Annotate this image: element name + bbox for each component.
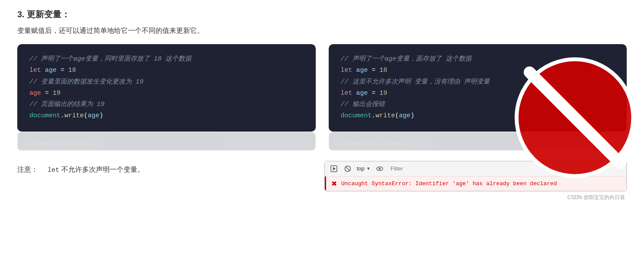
svg-line-7 xyxy=(346,167,350,171)
eye-icon[interactable] xyxy=(375,164,384,174)
error-message: Uncaught SyntaxError: Identifier 'age' h… xyxy=(341,180,557,187)
svg-point-9 xyxy=(379,167,381,169)
source-icon[interactable] xyxy=(329,164,339,174)
code-panels-row: // 声明了一个age变量，同时里面存放了 18 这个数据 let age = … xyxy=(17,44,627,151)
console-panel: top ▼ ✖ Uncaught Sy xyxy=(324,161,627,191)
left-code-panel: // 声明了一个age变量，同时里面存放了 18 这个数据 let age = … xyxy=(17,44,316,151)
right-line-5: // 输出会报错 xyxy=(341,99,615,110)
console-error-row: ✖ Uncaught SyntaxError: Identifier 'age'… xyxy=(325,177,626,191)
left-line-2: let age = 18 xyxy=(29,65,304,76)
section-title: 3. 更新变量： xyxy=(17,9,627,20)
description: 变量赋值后，还可以通过简单地给它一个不同的值来更新它。 xyxy=(17,26,627,35)
console-top-label: top xyxy=(357,165,365,172)
right-line-6: document.write(age) xyxy=(341,110,615,122)
console-top-dropdown[interactable]: top ▼ xyxy=(357,165,371,172)
left-code-block: // 声明了一个age变量，同时里面存放了 18 这个数据 let age = … xyxy=(17,44,316,132)
right-code-block: // 声明了一个age变量，面存放了 这个数据 let age = 18 // … xyxy=(329,44,627,132)
console-dropdown-arrow: ▼ xyxy=(366,166,371,171)
left-line-3: // 变量里面的数据发生变化更改为 19 xyxy=(29,77,304,88)
right-code-reflection: document.write(age) xyxy=(329,132,627,151)
right-line-2: let age = 18 xyxy=(341,65,615,76)
console-toolbar: top ▼ xyxy=(325,161,626,177)
left-line-1: // 声明了一个age变量，同时里面存放了 18 这个数据 xyxy=(29,54,304,65)
left-line-4: age = 19 xyxy=(29,88,304,99)
note-text: 注意： let 不允许多次声明一个变量。 xyxy=(17,161,144,174)
block-icon[interactable] xyxy=(343,164,352,174)
bottom-row: 注意： let 不允许多次声明一个变量。 xyxy=(17,161,627,201)
left-line-6: document.write(age) xyxy=(29,110,304,122)
note-suffix: 不允许多次声明一个变量。 xyxy=(61,166,144,173)
console-filter-input[interactable] xyxy=(389,165,622,172)
error-circle-icon: ✖ xyxy=(331,180,337,188)
left-code-panel-wrapper: // 声明了一个age变量，同时里面存放了 18 这个数据 let age = … xyxy=(17,44,316,151)
page-container: 3. 更新变量： 变量赋值后，还可以通过简单地给它一个不同的值来更新它。 // … xyxy=(0,0,644,210)
right-line-4: let age = 19 xyxy=(341,88,615,99)
right-line-3: // 这里不允许多次声明 变量，没有理由 声明变量 xyxy=(341,77,615,88)
note-prefix: 注意： xyxy=(17,166,38,173)
svg-marker-5 xyxy=(333,167,336,170)
right-panel: top ▼ ✖ Uncaught Sy xyxy=(162,161,627,201)
right-code-panel-wrapper: // 声明了一个age变量，面存放了 这个数据 let age = 18 // … xyxy=(329,44,627,151)
right-line-1: // 声明了一个age变量，面存放了 这个数据 xyxy=(341,54,615,65)
right-code-panel: // 声明了一个age变量，面存放了 这个数据 let age = 18 // … xyxy=(329,44,627,151)
left-line-5: // 页面输出的结果为 19 xyxy=(29,99,304,110)
left-code-reflection: document.write(age) xyxy=(17,132,316,151)
note-code: let xyxy=(48,167,59,174)
csdn-watermark: CSDN @阳宝宝的向日葵 xyxy=(567,194,627,201)
